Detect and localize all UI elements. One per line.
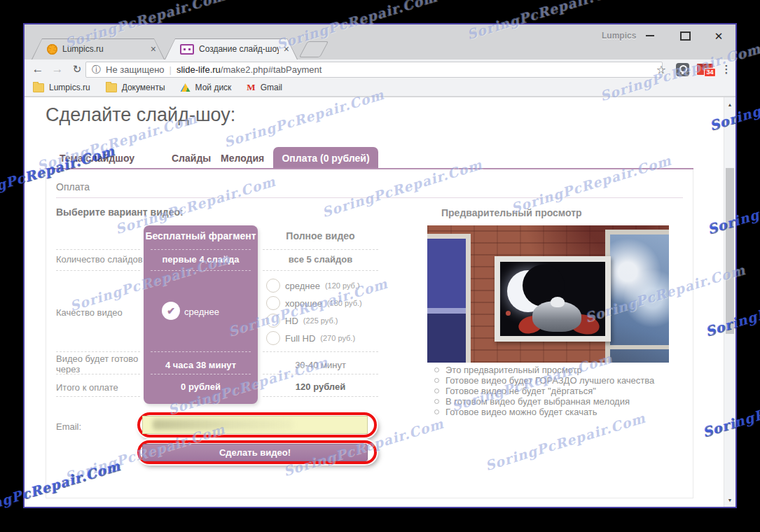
- free-slides-value: первые 4 слайда: [144, 254, 258, 265]
- section-divider: [56, 197, 683, 198]
- omnibox-divider: |: [170, 64, 172, 75]
- free-quality-value: среднее: [184, 307, 219, 317]
- close-icon: ✕: [714, 31, 724, 41]
- free-total-value: 0 рублей: [144, 382, 258, 392]
- maximize-icon: [680, 31, 691, 41]
- bookmark-lumpics[interactable]: Lumpics.ru: [33, 83, 90, 92]
- page-title: Сделайте слайд-шоу:: [46, 104, 235, 126]
- mail-extension-icon[interactable]: 34: [694, 59, 715, 79]
- envelope-icon: 34: [697, 64, 713, 75]
- note-item: Готовое видео можно будет скачать: [434, 407, 654, 417]
- check-icon: ✔: [162, 302, 180, 320]
- radio-icon[interactable]: [266, 314, 280, 328]
- browser-window: Lumpics ✕ Lumpics.ru × Создание слайд-шо…: [23, 23, 737, 508]
- browser-menu-icon[interactable]: ⋮: [719, 59, 733, 79]
- reload-icon[interactable]: ↻: [69, 59, 85, 79]
- preview-title: Предварительный просмотр: [441, 207, 582, 218]
- picture-frame-shape: [495, 256, 611, 342]
- full-slides-value: все 5 слайдов: [263, 254, 378, 265]
- note-item: Готовое видео не будет "дёргаться": [434, 386, 654, 396]
- blurred-email-value: [153, 419, 293, 430]
- maximize-button[interactable]: [676, 29, 694, 43]
- close-tab-icon[interactable]: ×: [284, 44, 289, 54]
- url-text: slide-life.ru/make2.php#tabPayment: [177, 64, 322, 75]
- bullet-icon: [434, 410, 439, 414]
- tab-title: Lumpics.ru: [62, 44, 146, 54]
- row-label-ready: Видео будет готово через: [56, 354, 144, 374]
- radio-icon[interactable]: [266, 296, 280, 310]
- bookmarks-bar: Lumpics.ru Документы Мой диск M Gmail: [25, 79, 735, 97]
- lamp-extension-icon[interactable]: [674, 59, 691, 79]
- full-ready-value: 30-40 минут: [263, 360, 378, 370]
- bullet-icon: [434, 378, 439, 383]
- free-column-header: Бесплатный фрагмент: [144, 230, 258, 241]
- choose-prompt: Выберите вариант видео:: [56, 206, 184, 218]
- browser-toolbar: ← → ↻ ⓘ Не защищено | slide-life.ru/make…: [25, 59, 735, 79]
- lumpics-favicon: [47, 44, 57, 55]
- bookmark-gmail[interactable]: M Gmail: [247, 82, 282, 93]
- note-item: В готовом видео будет выбранная мелодия: [434, 396, 654, 407]
- note-item: Готовое видео будет ГОРАЗДО лучшего каче…: [434, 375, 654, 386]
- bookmark-star-icon[interactable]: ☆: [653, 59, 670, 79]
- scroll-up-icon[interactable]: ▲: [724, 99, 735, 110]
- section-title: Оплата: [56, 181, 90, 192]
- close-tab-icon[interactable]: ×: [151, 44, 156, 54]
- back-icon[interactable]: ←: [30, 59, 46, 79]
- radio-option-hd[interactable]: HD (225 руб.): [266, 313, 385, 328]
- email-label: Email:: [56, 421, 81, 432]
- make-video-button[interactable]: Сделать видео!: [142, 444, 368, 461]
- screenshot-canvas: Lumpics ✕ Lumpics.ru × Создание слайд-шо…: [0, 0, 760, 532]
- minimize-icon: [646, 35, 654, 36]
- radio-option-good[interactable]: хорошее (180 руб.): [266, 295, 385, 311]
- bullet-icon: [434, 368, 439, 372]
- preview-image: [427, 225, 669, 363]
- bullet-icon: [434, 399, 439, 404]
- forward-icon[interactable]: →: [50, 59, 65, 79]
- bookmark-mydrive[interactable]: Мой диск: [181, 83, 232, 92]
- address-bar[interactable]: ⓘ Не защищено | slide-life.ru/make2.php#…: [85, 62, 663, 78]
- security-label: Не защищено: [106, 64, 165, 75]
- row-label-total: Итого к оплате: [56, 382, 118, 393]
- radio-icon[interactable]: [266, 279, 280, 293]
- preview-notes: Это предварительный просмотр Готовое вид…: [434, 365, 654, 417]
- lightbulb-icon: [676, 63, 689, 76]
- new-tab-button[interactable]: [299, 41, 329, 57]
- web-page: Сделайте слайд-шоу: Тема слайдшоу Слайды…: [25, 97, 724, 507]
- mail-badge: 34: [704, 68, 715, 77]
- folder-icon: [106, 83, 117, 92]
- scroll-down-icon[interactable]: ▼: [724, 494, 735, 505]
- bookmark-documents[interactable]: Документы: [106, 83, 165, 92]
- slideshow-favicon: [180, 44, 194, 55]
- right-window-shape: [605, 230, 669, 363]
- info-icon[interactable]: ⓘ: [92, 64, 101, 76]
- radio-icon[interactable]: [266, 331, 280, 345]
- folder-icon: [33, 83, 44, 92]
- full-column-header: Полное видео: [263, 230, 378, 241]
- red-dot-shape: [506, 311, 511, 316]
- browser-tab-slideshow[interactable]: Создание слайд-шоу — ×: [165, 38, 298, 59]
- tab-payment-active[interactable]: Оплата (0 рублей): [273, 147, 378, 169]
- radio-option-medium[interactable]: среднее (120 руб.): [266, 278, 385, 293]
- note-item: Это предварительный просмотр: [434, 365, 654, 375]
- row-label-quality: Качество видео: [56, 307, 123, 318]
- close-window-button[interactable]: ✕: [710, 29, 728, 43]
- scrollbar-thumb[interactable]: [726, 168, 734, 334]
- radio-option-fullhd[interactable]: Full HD (270 руб.): [266, 330, 385, 346]
- google-drive-icon: [181, 83, 191, 92]
- tab-theme[interactable]: Тема слайдшоу: [60, 147, 134, 169]
- bullet-icon: [434, 388, 439, 393]
- free-ready-value: 4 часа 38 минут: [144, 360, 258, 370]
- row-label-slides: Количество слайдов: [56, 254, 143, 265]
- tab-slides[interactable]: Слайды: [172, 147, 211, 169]
- tab-melody[interactable]: Мелодия: [221, 147, 264, 169]
- astronaut-shape: [551, 297, 565, 307]
- window-title: Lumpics: [602, 31, 636, 41]
- tab-title: Создание слайд-шоу —: [199, 44, 279, 54]
- browser-tab-lumpics[interactable]: Lumpics.ru ×: [32, 38, 165, 59]
- left-window-shape: [427, 234, 471, 363]
- email-input[interactable]: [142, 416, 368, 434]
- minimize-button[interactable]: [641, 29, 659, 43]
- gmail-icon: M: [247, 82, 255, 93]
- full-total-value: 120 рублей: [263, 382, 378, 392]
- page-scrollbar[interactable]: ▲ ▼: [724, 97, 735, 507]
